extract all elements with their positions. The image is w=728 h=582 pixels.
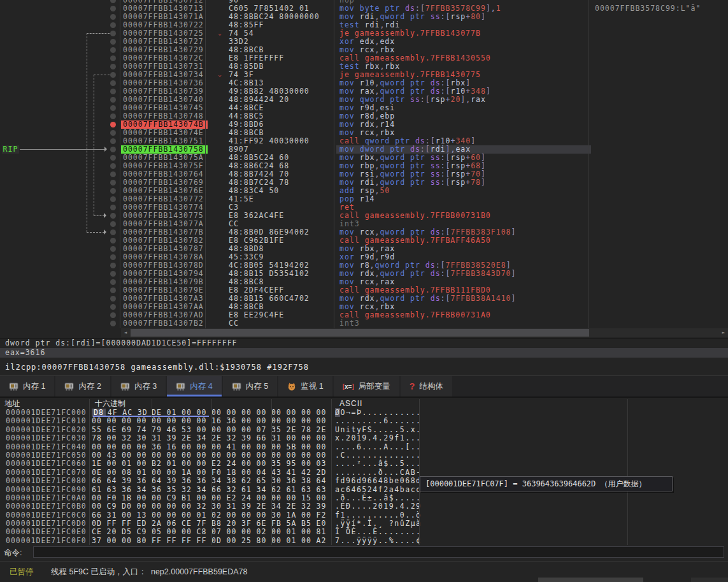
dump-byte[interactable]: 00 [182,451,197,460]
dump-byte[interactable]: 00 [241,451,257,460]
dump-byte[interactable]: 2E [287,502,302,511]
dump-byte[interactable]: 81 [317,528,332,536]
dump-byte[interactable]: 32 [227,486,242,494]
dump-byte[interactable]: 00 [152,494,167,502]
dump-byte[interactable]: 31 [107,511,122,520]
dump-byte[interactable]: 32 [301,502,317,511]
dump-byte[interactable]: 55 [92,426,107,434]
dump-byte[interactable]: 5A [287,520,302,528]
scrollbar-track[interactable]: ◄ ► [121,328,728,337]
dump-byte[interactable]: 00 [197,451,212,460]
dump-byte[interactable]: 00 [182,460,197,468]
dump-byte[interactable]: 00 [107,434,122,442]
dump-byte[interactable]: 00 [197,426,212,434]
tab-内存-4[interactable]: 内存 4 [167,376,221,396]
dump-byte[interactable]: 79 [152,426,167,434]
gutter-dot[interactable] [110,196,116,202]
dump-byte[interactable]: F0 [211,469,227,477]
dump-byte[interactable]: FF [197,537,212,545]
dump-byte[interactable]: 32 [227,434,242,442]
dump-byte[interactable]: B1 [182,494,197,502]
dump-byte[interactable]: 00 [211,426,227,434]
dump-byte[interactable]: 43 [107,451,122,460]
dump-byte[interactable]: 00 [271,528,287,536]
dump-byte[interactable]: 00 [301,451,317,460]
dump-row[interactable]: 000001DEE71FC020556E69747946530000000007… [0,426,728,434]
dump-byte[interactable]: 00 [301,537,317,545]
dump-byte[interactable]: CE [182,520,197,528]
dump-byte[interactable]: 02 [257,528,272,536]
dump-byte[interactable]: 64 [107,477,122,485]
dump-byte[interactable]: 34 [137,486,152,494]
dump-byte[interactable]: 00 [257,417,272,425]
gutter-dot[interactable] [110,180,116,186]
dump-byte[interactable]: 1A [287,511,302,520]
dump-byte[interactable]: 7F [197,520,212,528]
dump-byte[interactable]: 35 [271,460,287,468]
dump-byte[interactable]: 00 [107,443,122,451]
dump-byte[interactable]: 00 [137,494,152,502]
dump-byte[interactable]: 00 [197,494,212,502]
dump-byte[interactable]: 2A [152,520,167,528]
dump-byte[interactable]: 3F [241,520,257,528]
dump-byte[interactable]: 00 [152,511,167,520]
dump-byte[interactable]: 00 [167,511,182,520]
gutter-dot[interactable] [110,39,116,45]
gutter-dot[interactable] [110,80,116,86]
dump-byte[interactable]: 00 [227,426,242,434]
dump-byte[interactable]: 39 [122,477,137,485]
dump-byte[interactable]: 00 [227,451,242,460]
dump-byte[interactable]: 64 [152,477,167,485]
dump-byte[interactable]: 53 [182,426,197,434]
dump-byte[interactable]: 5B [287,443,302,451]
gutter-dot[interactable] [110,105,116,111]
dump-byte[interactable]: 1B [122,494,137,502]
dump-row[interactable]: 000001DEE71FC0E0CE20D5C9050000C807000002… [0,528,728,536]
dump-byte[interactable]: 06 [167,520,182,528]
gutter-dot[interactable] [110,72,116,78]
dump-byte[interactable]: 0D [92,520,107,528]
gutter-dot[interactable] [110,147,116,152]
dump-byte[interactable]: 00 [287,451,302,460]
dump-byte[interactable]: FF [107,520,122,528]
dump-byte[interactable]: B8 [211,520,227,528]
dump-byte[interactable]: 00 [301,443,317,451]
dump-byte[interactable]: 00 [241,511,257,520]
dump-byte[interactable]: 00 [107,537,122,545]
dump-byte[interactable]: 00 [152,451,167,460]
gutter-dot[interactable] [110,130,116,136]
dump-byte[interactable]: C9 [167,494,182,502]
dump-byte[interactable]: 00 [152,469,167,477]
dump-byte[interactable]: 24 [227,460,242,468]
gutter-dot[interactable] [110,89,116,94]
dump-byte[interactable]: 39 [167,477,182,485]
horizontal-scrollbar[interactable]: ◄ ► [0,328,728,338]
gutter-dot[interactable] [110,271,116,277]
dump-byte[interactable]: 00 [301,528,317,536]
dump-byte[interactable]: 00 [317,494,332,502]
dump-byte[interactable]: ED [137,520,152,528]
gutter-dot[interactable] [110,221,116,227]
dump-byte[interactable]: 00 [92,502,107,511]
dump-byte[interactable]: 04 [257,469,272,477]
dump-byte[interactable]: 30 [137,434,152,442]
dump-byte[interactable]: 35 [271,426,287,434]
dump-byte[interactable]: 00 [271,494,287,502]
dump-byte[interactable]: 36 [137,477,152,485]
dump-byte[interactable]: 00 [167,469,182,477]
dump-byte[interactable]: 00 [197,443,212,451]
dump-byte[interactable]: 00 [92,494,107,502]
dump-byte[interactable]: 05 [152,528,167,536]
dump-byte[interactable]: 00 [287,494,302,502]
disasm-row[interactable]: 00007FFBB1430775E8 362AC4FEcall gameasse… [0,212,728,220]
gutter-dot[interactable] [110,138,116,144]
dump-row[interactable]: 000001DEE71FC010000000000000000016360000… [0,417,728,425]
dump-byte[interactable]: E2 [227,494,242,502]
dump-byte[interactable]: 00 [317,434,332,442]
dump-byte[interactable]: 00 [257,409,272,417]
dump-byte[interactable]: 00 [271,443,287,451]
dump-byte[interactable]: 13 [137,511,152,520]
dump-byte[interactable]: 20 [107,528,122,536]
dump-byte[interactable]: 00 [257,451,272,460]
tab-内存-5[interactable]: 内存 5 [223,376,277,396]
